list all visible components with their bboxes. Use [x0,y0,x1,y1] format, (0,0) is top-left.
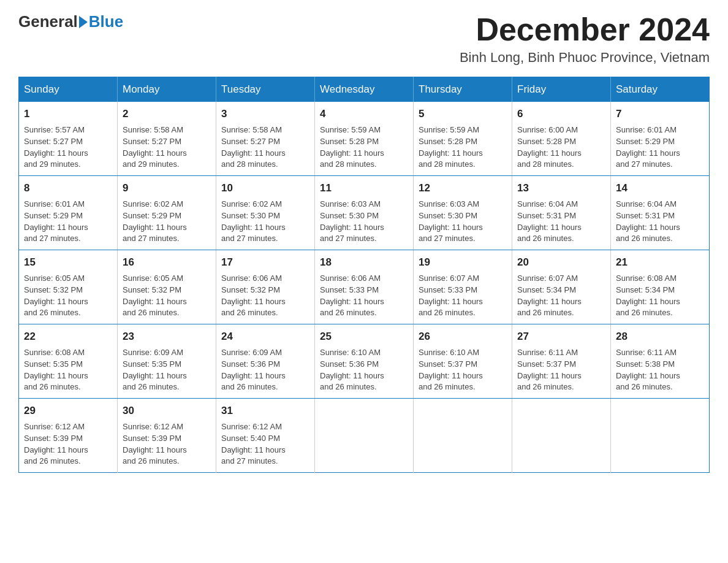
calendar-week-row: 29 Sunrise: 6:12 AMSunset: 5:39 PMDaylig… [19,399,710,473]
month-title: December 2024 [460,12,710,47]
title-section: December 2024 Binh Long, Binh Phuoc Prov… [460,12,710,66]
day-info: Sunrise: 6:12 AMSunset: 5:39 PMDaylight:… [24,422,88,466]
day-info: Sunrise: 6:01 AMSunset: 5:29 PMDaylight:… [24,199,88,243]
calendar-day-cell: 2 Sunrise: 5:58 AMSunset: 5:27 PMDayligh… [118,102,216,176]
day-number: 25 [320,329,408,345]
calendar-day-cell: 30 Sunrise: 6:12 AMSunset: 5:39 PMDaylig… [118,399,216,473]
day-info: Sunrise: 5:59 AMSunset: 5:28 PMDaylight:… [320,125,384,169]
day-info: Sunrise: 5:58 AMSunset: 5:27 PMDaylight:… [123,125,187,169]
weekday-header-thursday: Thursday [414,77,512,102]
calendar-day-cell: 3 Sunrise: 5:58 AMSunset: 5:27 PMDayligh… [216,102,315,176]
calendar-week-row: 8 Sunrise: 6:01 AMSunset: 5:29 PMDayligh… [19,176,710,250]
day-number: 29 [24,404,112,419]
day-info: Sunrise: 6:09 AMSunset: 5:36 PMDaylight:… [221,348,286,392]
weekday-header-wednesday: Wednesday [315,77,414,102]
day-info: Sunrise: 6:12 AMSunset: 5:40 PMDaylight:… [221,422,286,466]
calendar-day-cell: 1 Sunrise: 5:57 AMSunset: 5:27 PMDayligh… [19,102,118,176]
day-info: Sunrise: 5:59 AMSunset: 5:28 PMDaylight:… [419,125,483,169]
day-info: Sunrise: 6:07 AMSunset: 5:34 PMDaylight:… [517,274,582,318]
weekday-header-sunday: Sunday [19,77,118,102]
day-info: Sunrise: 6:06 AMSunset: 5:33 PMDaylight:… [320,274,384,318]
calendar-day-cell: 28 Sunrise: 6:11 AMSunset: 5:38 PMDaylig… [611,324,710,399]
day-info: Sunrise: 6:10 AMSunset: 5:36 PMDaylight:… [320,348,384,392]
day-info: Sunrise: 6:02 AMSunset: 5:29 PMDaylight:… [123,199,187,243]
logo-general-text: General [18,12,78,31]
day-info: Sunrise: 6:02 AMSunset: 5:30 PMDaylight:… [221,199,286,243]
day-info: Sunrise: 6:12 AMSunset: 5:39 PMDaylight:… [123,422,187,466]
day-info: Sunrise: 6:11 AMSunset: 5:37 PMDaylight:… [517,348,582,392]
calendar-day-cell: 21 Sunrise: 6:08 AMSunset: 5:34 PMDaylig… [611,250,710,324]
calendar-day-cell [315,399,414,473]
calendar-day-cell: 14 Sunrise: 6:04 AMSunset: 5:31 PMDaylig… [611,176,710,250]
calendar-week-row: 22 Sunrise: 6:08 AMSunset: 5:35 PMDaylig… [19,324,710,399]
day-info: Sunrise: 6:03 AMSunset: 5:30 PMDaylight:… [419,199,483,243]
weekday-header-saturday: Saturday [611,77,710,102]
calendar-day-cell: 22 Sunrise: 6:08 AMSunset: 5:35 PMDaylig… [19,324,118,399]
day-number: 9 [123,181,211,196]
calendar-day-cell: 6 Sunrise: 6:00 AMSunset: 5:28 PMDayligh… [512,102,611,176]
calendar-day-cell: 5 Sunrise: 5:59 AMSunset: 5:28 PMDayligh… [414,102,512,176]
day-info: Sunrise: 6:07 AMSunset: 5:33 PMDaylight:… [419,274,483,318]
day-number: 26 [419,329,507,345]
calendar-day-cell: 9 Sunrise: 6:02 AMSunset: 5:29 PMDayligh… [118,176,216,250]
day-number: 21 [616,255,704,270]
day-number: 31 [221,404,309,419]
day-number: 12 [419,181,507,196]
calendar-day-cell: 24 Sunrise: 6:09 AMSunset: 5:36 PMDaylig… [216,324,315,399]
logo: General Blue [18,12,123,31]
day-number: 24 [221,329,309,345]
weekday-header-tuesday: Tuesday [216,77,315,102]
calendar-day-cell: 27 Sunrise: 6:11 AMSunset: 5:37 PMDaylig… [512,324,611,399]
day-info: Sunrise: 6:04 AMSunset: 5:31 PMDaylight:… [517,199,582,243]
day-info: Sunrise: 6:06 AMSunset: 5:32 PMDaylight:… [221,274,286,318]
day-info: Sunrise: 6:08 AMSunset: 5:35 PMDaylight:… [24,348,88,392]
day-info: Sunrise: 6:03 AMSunset: 5:30 PMDaylight:… [320,199,384,243]
day-number: 23 [123,329,211,345]
day-number: 6 [517,107,605,122]
calendar-day-cell: 8 Sunrise: 6:01 AMSunset: 5:29 PMDayligh… [19,176,118,250]
calendar-day-cell: 23 Sunrise: 6:09 AMSunset: 5:35 PMDaylig… [118,324,216,399]
calendar-week-row: 15 Sunrise: 6:05 AMSunset: 5:32 PMDaylig… [19,250,710,324]
calendar-day-cell: 26 Sunrise: 6:10 AMSunset: 5:37 PMDaylig… [414,324,512,399]
day-info: Sunrise: 5:58 AMSunset: 5:27 PMDaylight:… [221,125,286,169]
calendar-day-cell: 10 Sunrise: 6:02 AMSunset: 5:30 PMDaylig… [216,176,315,250]
calendar-day-cell: 20 Sunrise: 6:07 AMSunset: 5:34 PMDaylig… [512,250,611,324]
calendar-day-cell: 15 Sunrise: 6:05 AMSunset: 5:32 PMDaylig… [19,250,118,324]
calendar-day-cell: 31 Sunrise: 6:12 AMSunset: 5:40 PMDaylig… [216,399,315,473]
day-number: 2 [123,107,211,122]
day-number: 18 [320,255,408,270]
day-number: 27 [517,329,605,345]
day-number: 15 [24,255,112,270]
logo-arrow-icon [79,16,88,28]
day-number: 19 [419,255,507,270]
calendar-week-row: 1 Sunrise: 5:57 AMSunset: 5:27 PMDayligh… [19,102,710,176]
location-title: Binh Long, Binh Phuoc Province, Vietnam [460,50,710,66]
day-number: 20 [517,255,605,270]
day-number: 11 [320,181,408,196]
day-number: 1 [24,107,112,122]
logo-blue-text: Blue [89,12,123,31]
day-info: Sunrise: 6:10 AMSunset: 5:37 PMDaylight:… [419,348,483,392]
day-info: Sunrise: 6:04 AMSunset: 5:31 PMDaylight:… [616,199,680,243]
day-number: 28 [616,329,704,345]
day-info: Sunrise: 6:09 AMSunset: 5:35 PMDaylight:… [123,348,187,392]
calendar-day-cell: 19 Sunrise: 6:07 AMSunset: 5:33 PMDaylig… [414,250,512,324]
calendar-day-cell: 17 Sunrise: 6:06 AMSunset: 5:32 PMDaylig… [216,250,315,324]
day-number: 13 [517,181,605,196]
calendar-day-cell: 29 Sunrise: 6:12 AMSunset: 5:39 PMDaylig… [19,399,118,473]
calendar-day-cell: 13 Sunrise: 6:04 AMSunset: 5:31 PMDaylig… [512,176,611,250]
day-number: 3 [221,107,309,122]
day-number: 17 [221,255,309,270]
day-number: 4 [320,107,408,122]
calendar-day-cell [512,399,611,473]
weekday-header-friday: Friday [512,77,611,102]
calendar-day-cell: 11 Sunrise: 6:03 AMSunset: 5:30 PMDaylig… [315,176,414,250]
day-number: 14 [616,181,704,196]
weekday-header-monday: Monday [118,77,216,102]
calendar-day-cell: 16 Sunrise: 6:05 AMSunset: 5:32 PMDaylig… [118,250,216,324]
day-info: Sunrise: 6:11 AMSunset: 5:38 PMDaylight:… [616,348,680,392]
day-info: Sunrise: 6:00 AMSunset: 5:28 PMDaylight:… [517,125,582,169]
day-info: Sunrise: 6:05 AMSunset: 5:32 PMDaylight:… [24,274,88,318]
calendar-table: SundayMondayTuesdayWednesdayThursdayFrid… [18,77,710,473]
day-info: Sunrise: 6:05 AMSunset: 5:32 PMDaylight:… [123,274,187,318]
